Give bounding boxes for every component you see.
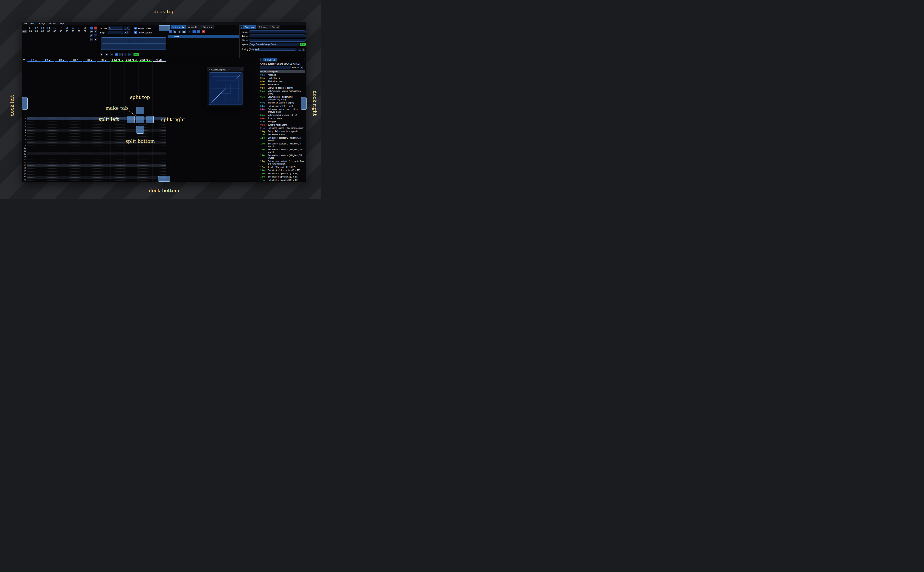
play-from-cursor-button[interactable]: ↦ <box>110 53 114 56</box>
follow-orders-checkbox[interactable]: ✓ <box>134 27 137 30</box>
order-cell[interactable]: 00 <box>76 30 82 33</box>
duplicate-order-button[interactable]: ▣ <box>90 30 93 33</box>
remove-order-button[interactable]: − <box>94 26 97 30</box>
repeat-pattern-button[interactable]: ↻ <box>128 53 132 56</box>
order-cell[interactable]: 00 <box>58 30 64 33</box>
order-cell[interactable]: 00 <box>33 30 39 33</box>
order-cell[interactable]: 00 <box>52 30 58 33</box>
channel-underline <box>83 61 96 62</box>
poly-button[interactable]: Poly <box>134 53 139 56</box>
tab-effect-list[interactable]: Effect List <box>263 58 277 61</box>
tab-speed[interactable]: Speed <box>270 25 280 29</box>
duplicate-instrument-button[interactable]: ▣ <box>173 30 176 33</box>
step-plus-button[interactable]: + <box>128 31 130 34</box>
open-instrument-button[interactable]: ▤ <box>178 30 181 33</box>
order-cell[interactable]: 00 <box>82 30 88 33</box>
instruments-close-icon[interactable]: × <box>235 26 238 28</box>
effect-list-close-icon[interactable]: × <box>303 59 306 61</box>
channel-header-noise[interactable]: Noise <box>152 58 166 61</box>
dock-target-right[interactable] <box>301 97 307 110</box>
split-target-top[interactable] <box>136 107 144 114</box>
hamburger-icon: ≡ <box>301 66 302 68</box>
channel-header-fm-2[interactable]: FM 2 <box>41 58 55 61</box>
menu-window[interactable]: window <box>49 22 56 25</box>
channel-header-fm-4[interactable]: FM 4 <box>69 58 83 61</box>
order-cell[interactable]: 00 <box>46 30 52 33</box>
name-field[interactable] <box>249 30 306 33</box>
effect-list-menu-button[interactable]: ≡ <box>300 66 303 69</box>
dock-target-bottom[interactable] <box>158 176 170 182</box>
move-order-down-button[interactable]: ∨ <box>90 34 93 37</box>
instrument-dir-button[interactable]: ∴ <box>188 30 191 33</box>
order-cell[interactable]: 00 <box>27 30 33 33</box>
order-cell[interactable]: 00 <box>70 30 76 33</box>
pattern-corner-label[interactable]: ++ <box>23 58 25 61</box>
tab-instruments[interactable]: Instruments <box>171 25 186 29</box>
tab-samples[interactable]: Samples <box>201 25 213 29</box>
effect-code: 07xy <box>260 102 266 104</box>
save-instrument-button[interactable]: ▦ <box>182 30 185 33</box>
system-field[interactable]: Sega Genesis/Mega Drive <box>249 43 299 46</box>
tuning-minus-button[interactable]: - <box>298 48 301 51</box>
metronome-button[interactable]: △ <box>124 53 127 56</box>
add-order-button[interactable]: + <box>90 26 93 30</box>
step-minus-button[interactable]: - <box>124 31 127 34</box>
tab-subsongs[interactable]: Subsongs <box>257 25 270 29</box>
move-instrument-up-button[interactable]: ↑ <box>193 30 196 33</box>
step-input[interactable]: 1 <box>108 31 123 34</box>
instrument-list-item-none[interactable]: - None - <box>168 35 239 38</box>
channel-header-square-3[interactable]: Square 3 <box>138 58 152 61</box>
follow-pattern-checkbox[interactable]: ✓ <box>134 31 137 34</box>
tuning-plus-button[interactable]: + <box>302 48 305 51</box>
oscilloscope-close-icon[interactable]: × <box>241 68 243 71</box>
split-target-bottom[interactable] <box>136 126 144 134</box>
author-field[interactable] <box>249 34 306 37</box>
oscilloscope-window: ▼ Oscilloscope (X-Y) × <box>207 68 244 107</box>
search-input[interactable] <box>260 66 291 69</box>
effect-list-collapse-button[interactable]: ▼ <box>260 58 263 61</box>
channel-header-fm-5[interactable]: FM 5 <box>83 58 97 61</box>
move-instrument-down-button[interactable]: ↓ <box>197 30 200 33</box>
duplicate-order-end-button[interactable]: ⇊ <box>94 34 97 37</box>
oscilloscope-titlebar[interactable]: ▼ Oscilloscope (X-Y) × <box>207 68 244 71</box>
order-cell[interactable]: 00 <box>64 30 70 33</box>
octave-plus-button[interactable]: + <box>128 26 130 30</box>
channel-header-fm-1[interactable]: FM 1 <box>27 58 41 61</box>
make-tab-target[interactable] <box>136 116 144 123</box>
album-field[interactable] <box>249 39 306 42</box>
instruments-tabbar: InstrumentsWavetablesSamples <box>171 25 213 29</box>
octave-minus-button[interactable]: - <box>124 26 127 30</box>
song-info-window-menu-button[interactable]: ▼ <box>240 25 243 29</box>
octave-input[interactable]: 3 <box>108 26 123 30</box>
play-button[interactable]: ▶ <box>100 53 103 56</box>
channel-header-square-2[interactable]: Square 2 <box>125 58 139 61</box>
effect-code: 16xy <box>260 160 266 165</box>
split-target-right[interactable] <box>146 116 154 123</box>
menu-file[interactable]: file <box>24 22 27 25</box>
dock-target-top[interactable] <box>159 25 170 31</box>
system-auto-button[interactable]: Auto <box>300 43 306 46</box>
instrument-none-label: - None - <box>172 35 180 37</box>
stop-button[interactable]: ● <box>119 53 123 56</box>
tab-wavetables[interactable]: Wavetables <box>186 25 201 29</box>
menu-edit[interactable]: edit <box>30 22 34 25</box>
menu-help[interactable]: help <box>60 22 64 25</box>
delete-instrument-button[interactable]: × <box>202 30 205 33</box>
play-pattern-button[interactable]: ◉ <box>105 53 108 56</box>
menu-settings[interactable]: settings <box>37 22 45 25</box>
order-click-mode-button[interactable]: ► <box>94 38 97 41</box>
order-change-mode-button[interactable]: ⇄ <box>90 38 93 41</box>
order-cell[interactable]: 00 <box>39 30 46 33</box>
split-target-left[interactable] <box>127 116 134 123</box>
tuning-field[interactable]: 440 <box>254 48 296 51</box>
channel-header-square-1[interactable]: Square 1 <box>111 58 125 61</box>
tab-song-info[interactable]: Song Info <box>243 25 256 29</box>
song-info-close-icon[interactable]: × <box>303 26 306 28</box>
effect-code: 1Axx <box>260 173 266 175</box>
piano-preview-lower[interactable] <box>101 44 166 50</box>
channel-header-fm-6[interactable]: FM 6 <box>97 58 111 61</box>
step-row-button[interactable]: ↓ <box>115 53 118 56</box>
move-order-up-button[interactable]: ∧ <box>94 30 97 33</box>
dock-target-left[interactable] <box>22 97 28 110</box>
channel-header-fm-3[interactable]: FM 3 <box>55 58 69 61</box>
